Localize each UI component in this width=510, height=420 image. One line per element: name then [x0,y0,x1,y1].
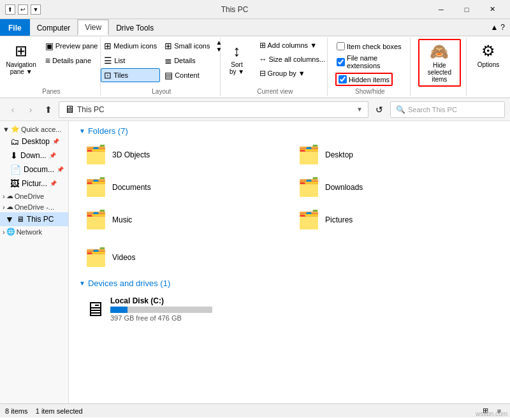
address-bar[interactable]: 🖥 This PC ▼ [59,101,368,118]
device-bar-container [110,307,212,313]
panes-content: ⊞ Navigationpane ▼ ▣ Preview pane ≡ Deta… [1,39,101,87]
file-name-extensions-checkbox[interactable]: File name extensions [335,54,405,70]
ribbon-expand-icon[interactable]: ▲ [490,23,498,32]
list-label: List [114,57,125,64]
address-dropdown-icon[interactable]: ▼ [356,106,363,113]
small-icons-button[interactable]: ⊞ Small icons [161,39,213,53]
devices-section-header[interactable]: ▼ Devices and drives (1) [79,279,500,288]
options-button[interactable]: ⚙ Options [473,39,504,71]
item-check-boxes-checkbox[interactable]: Item check boxes [335,41,403,51]
folder-pictures-label: Pictures [325,215,353,224]
hidden-items-input[interactable] [339,75,347,83]
list-button[interactable]: ☰ List [101,54,160,68]
tab-view[interactable]: View [77,19,109,36]
medium-icons-label: Medium icons [113,42,157,50]
tab-drive-tools[interactable]: Drive Tools [109,19,161,36]
minimize-button[interactable]: ─ [428,0,454,19]
device-item-local-disk[interactable]: 🖥 Local Disk (C:) 397 GB free of 476 GB [79,293,245,325]
sidebar-item-downloads[interactable]: ⬇ Down... 📌 [0,148,68,163]
folder-item-videos[interactable]: 🗂️ Videos [79,243,270,271]
desktop-label: Desktop [22,137,50,146]
refresh-button[interactable]: ↺ [371,101,388,118]
sidebar-section-quick-access[interactable]: ▼ ⭐ Quick acce... [0,124,68,134]
tab-file[interactable]: File [0,19,30,36]
tiles-label: Tiles [113,71,128,79]
tab-computer[interactable]: Computer [30,19,78,36]
folder-item-3d-objects[interactable]: 🗂️ 3D Objects [79,141,287,168]
pictures-pin-icon: 📌 [50,180,57,187]
qat-icon-1[interactable]: ⬆ [5,4,15,15]
search-bar[interactable]: 🔍 Search This PC [390,101,505,118]
size-all-columns-button[interactable]: ↔ Size all columns... [256,53,329,66]
forward-button[interactable]: › [23,102,38,117]
sidebar-item-this-pc[interactable]: ▼ 🖥 This PC [0,212,68,226]
quick-access-label: Quick acce... [21,126,62,133]
folder-desktop-icon: 🗂️ [298,144,320,165]
sidebar-item-desktop[interactable]: 🗂 Desktop 📌 [0,134,68,148]
sidebar-section-onedrive-1[interactable]: › ☁ OneDrive [0,191,68,201]
window-title: This PC [41,5,428,14]
nav-pane-icon: ⊞ [15,42,27,60]
add-col-label: Add columns ▼ [268,41,317,49]
hidden-items-checkbox[interactable]: Hidden items [337,75,391,84]
details-pane-button[interactable]: ≡ Details pane [42,54,101,68]
device-computer-icon: 🖥 [85,298,105,321]
ribbon-group-hide-selected: 🙈 Hide selecteditems [413,38,467,96]
sidebar-item-documents[interactable]: 📄 Docum... 📌 [0,163,68,177]
close-button[interactable]: ✕ [479,0,505,19]
sidebar-item-pictures[interactable]: 🖼 Pictur... 📌 [0,177,68,191]
qat-icon-2[interactable]: ↩ [18,4,28,15]
help-icon[interactable]: ? [500,23,505,32]
file-name-extensions-input[interactable] [337,58,345,66]
folder-item-documents[interactable]: 🗂️ Documents [79,173,287,201]
sort-by-button[interactable]: ↕ Sortby ▼ [222,39,252,78]
options-label: Options [477,61,499,68]
downloads-label: Down... [20,151,47,160]
details-button[interactable]: ≣ Details [161,54,213,68]
documents-icon: 📄 [10,164,21,175]
folder-item-downloads[interactable]: 🗂️ Downloads [292,173,500,201]
list-icon: ☰ [104,55,112,66]
item-check-boxes-input[interactable] [337,42,345,50]
ribbon-tab-bar: File Computer View Drive Tools ▲ ? [0,19,510,36]
device-bar [110,307,127,313]
navigation-pane-button[interactable]: ⊞ Navigationpane ▼ [1,39,40,78]
ribbon-group-layout: ⊞ Medium icons ☰ List ⊡ Tiles ⊞ [103,38,221,96]
downloads-icon: ⬇ [10,150,18,161]
folder-item-desktop[interactable]: 🗂️ Desktop [292,141,500,168]
folders-section-label: Folders (7) [88,126,128,136]
navigation-bar: ‹ › ⬆ 🖥 This PC ▼ ↺ 🔍 Search This PC [0,98,510,121]
maximize-button[interactable]: □ [454,0,479,19]
search-placeholder: Search This PC [408,106,457,113]
up-button[interactable]: ⬆ [41,102,56,117]
network-arrow: › [3,228,5,236]
item-selected: 1 item selected [36,407,83,415]
add-columns-button[interactable]: ⊞ Add columns ▼ [256,39,329,52]
layout-col-1: ⊞ Medium icons ☰ List ⊡ Tiles [101,39,160,82]
folder-videos-icon: 🗂️ [85,247,107,268]
medium-icons-button[interactable]: ⊞ Medium icons [101,39,160,53]
tiles-button[interactable]: ⊡ Tiles [101,68,160,82]
content-button[interactable]: ▤ Content [161,68,213,82]
sidebar-section-onedrive-2[interactable]: › ☁ OneDrive -... [0,201,68,212]
qat-dropdown[interactable]: ▼ [31,4,41,15]
qat-area[interactable]: ⬆ ↩ ▼ [5,4,41,15]
window-controls[interactable]: ─ □ ✕ [428,0,505,19]
devices-grid: 🖥 Local Disk (C:) 397 GB free of 476 GB [79,293,500,325]
folder-item-music[interactable]: 🗂️ Music [79,206,287,233]
search-icon: 🔍 [396,105,405,114]
hide-selected-content: 🙈 Hide selecteditems [418,39,461,87]
folder-pictures-icon: 🗂️ [298,209,320,230]
hide-selected-button[interactable]: 🙈 Hide selecteditems [418,39,461,87]
details-pane-label: Details pane [52,57,91,64]
preview-pane-button[interactable]: ▣ Preview pane [42,39,101,53]
folders-section-header[interactable]: ▼ Folders (7) [79,126,500,136]
sidebar-section-network[interactable]: › 🌐 Network [0,226,68,237]
folder-documents-icon: 🗂️ [85,177,107,198]
folder-music-label: Music [112,215,132,224]
folder-item-pictures[interactable]: 🗂️ Pictures [292,206,500,233]
group-by-button[interactable]: ⊟ Group by ▼ [256,67,329,80]
layout-group-label: Layout [152,87,171,95]
back-button[interactable]: ‹ [5,102,20,117]
sidebar: ▼ ⭐ Quick acce... 🗂 Desktop 📌 ⬇ Down... … [0,121,69,403]
